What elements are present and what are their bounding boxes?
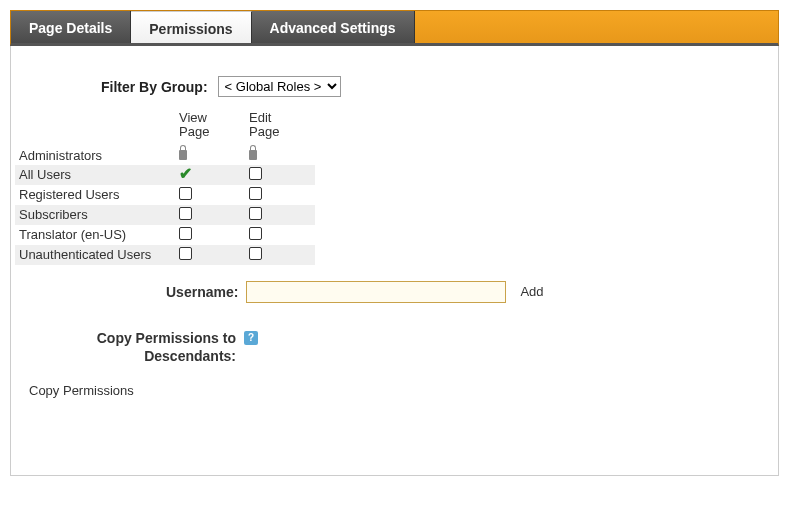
- edit-checkbox[interactable]: [249, 207, 262, 220]
- tab-page-details[interactable]: Page Details: [11, 11, 131, 43]
- view-checkbox[interactable]: [179, 207, 192, 220]
- column-header-role: [15, 109, 175, 146]
- filter-group-select[interactable]: < Global Roles >: [218, 76, 341, 97]
- role-name: Registered Users: [15, 185, 175, 205]
- role-name: Subscribers: [15, 205, 175, 225]
- help-icon[interactable]: ?: [244, 331, 258, 345]
- permissions-table: View Page Edit Page AdministratorsAll Us…: [15, 109, 315, 265]
- filter-row: Filter By Group: < Global Roles >: [11, 76, 778, 97]
- view-checkbox[interactable]: [179, 187, 192, 200]
- copy-row: Copy Permissions to Descendants: ?: [11, 329, 778, 365]
- tab-bar: Page Details Permissions Advanced Settin…: [10, 10, 779, 46]
- username-label: Username:: [166, 284, 238, 300]
- tab-content: Filter By Group: < Global Roles > View P…: [10, 46, 779, 476]
- copy-permissions-link[interactable]: Copy Permissions: [29, 383, 778, 398]
- lock-icon: [179, 150, 187, 160]
- role-name: All Users: [15, 165, 175, 185]
- role-name: Translator (en-US): [15, 225, 175, 245]
- table-row: All Users✔: [15, 165, 315, 185]
- table-row: Registered Users: [15, 185, 315, 205]
- check-icon[interactable]: ✔: [179, 165, 192, 182]
- table-row: Subscribers: [15, 205, 315, 225]
- view-checkbox[interactable]: [179, 227, 192, 240]
- add-user-link[interactable]: Add: [520, 284, 543, 299]
- column-header-view: View Page: [175, 109, 245, 146]
- role-name: Unauthenticated Users: [15, 245, 175, 265]
- tab-advanced-settings[interactable]: Advanced Settings: [252, 11, 415, 43]
- tab-permissions[interactable]: Permissions: [131, 11, 251, 43]
- lock-icon: [249, 150, 257, 160]
- table-row: Administrators: [15, 146, 315, 165]
- table-row: Translator (en-US): [15, 225, 315, 245]
- username-input[interactable]: [246, 281, 506, 303]
- role-name: Administrators: [15, 146, 175, 165]
- edit-checkbox[interactable]: [249, 187, 262, 200]
- edit-checkbox[interactable]: [249, 247, 262, 260]
- column-header-edit: Edit Page: [245, 109, 315, 146]
- table-row: Unauthenticated Users: [15, 245, 315, 265]
- copy-label: Copy Permissions to Descendants:: [41, 329, 236, 365]
- username-row: Username: Add: [11, 281, 778, 303]
- view-checkbox[interactable]: [179, 247, 192, 260]
- permissions-tbody: AdministratorsAll Users✔Registered Users…: [15, 146, 315, 265]
- edit-checkbox[interactable]: [249, 227, 262, 240]
- edit-checkbox[interactable]: [249, 167, 262, 180]
- filter-label: Filter By Group:: [101, 79, 208, 95]
